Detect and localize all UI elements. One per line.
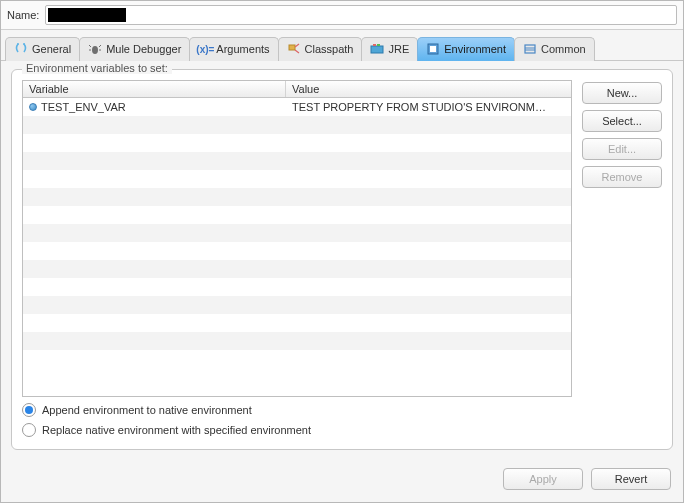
footer-buttons: Apply Revert [1,458,683,502]
tab-classpath[interactable]: Classpath [278,37,363,61]
jre-icon [370,42,384,56]
svg-rect-9 [373,44,376,46]
environment-icon [426,42,440,56]
tab-environment[interactable]: Environment [417,37,515,61]
tab-general[interactable]: General [5,37,80,61]
tab-environment-label: Environment [444,43,506,55]
tab-mule-debugger[interactable]: Mule Debugger [79,37,190,61]
arguments-icon: (x)= [198,42,212,56]
table-row[interactable] [23,296,571,314]
svg-rect-13 [525,45,535,53]
content-area: Environment variables to set: Variable V… [1,61,683,458]
name-label: Name: [7,9,39,21]
table-row[interactable] [23,206,571,224]
tab-jre[interactable]: JRE [361,37,418,61]
table-row[interactable] [23,170,571,188]
name-input-wrap [45,5,677,25]
col-value[interactable]: Value [286,81,571,97]
new-button[interactable]: New... [582,82,662,104]
table-header: Variable Value [23,81,571,98]
table-row[interactable]: TEST_ENV_VARTEST PROPERTY FROM STUDIO'S … [23,98,571,116]
tab-common[interactable]: Common [514,37,595,61]
side-buttons: New... Select... Edit... Remove [582,80,662,397]
env-vars-group: Environment variables to set: Variable V… [11,69,673,450]
radio-replace-label: Replace native environment with specifie… [42,424,311,436]
svg-rect-7 [289,45,295,50]
remove-button[interactable]: Remove [582,166,662,188]
radio-append-label: Append environment to native environment [42,404,252,416]
table-row[interactable] [23,278,571,296]
col-variable[interactable]: Variable [23,81,286,97]
tab-general-label: General [32,43,71,55]
group-body: Variable Value TEST_ENV_VARTEST PROPERTY… [22,80,662,397]
revert-button[interactable]: Revert [591,468,671,490]
radio-replace-control[interactable] [22,423,36,437]
general-icon [14,42,28,56]
table-row[interactable] [23,224,571,242]
radio-append[interactable]: Append environment to native environment [22,403,662,417]
svg-line-3 [89,45,91,47]
radio-append-control[interactable] [22,403,36,417]
group-title: Environment variables to set: [22,62,172,74]
radio-replace[interactable]: Replace native environment with specifie… [22,423,662,437]
svg-rect-8 [371,46,383,53]
tab-arguments[interactable]: (x)= Arguments [189,37,278,61]
table-row[interactable] [23,350,571,368]
tab-mule-label: Mule Debugger [106,43,181,55]
table-row[interactable] [23,152,571,170]
svg-line-4 [99,45,101,47]
tab-arguments-label: Arguments [216,43,269,55]
table-row[interactable] [23,134,571,152]
tab-common-label: Common [541,43,586,55]
table-row[interactable] [23,314,571,332]
cell-variable-text: TEST_ENV_VAR [41,101,126,113]
table-row[interactable] [23,260,571,278]
table-body: TEST_ENV_VARTEST PROPERTY FROM STUDIO'S … [23,98,571,396]
launch-config-window: Name: General Mule Debugger (x)= Argumen… [0,0,684,503]
cell-value: TEST PROPERTY FROM STUDIO'S ENVIRONM… [286,100,571,114]
bug-icon [88,42,102,56]
table-row[interactable] [23,116,571,134]
env-vars-table[interactable]: Variable Value TEST_ENV_VARTEST PROPERTY… [22,80,572,397]
select-button[interactable]: Select... [582,110,662,132]
name-row: Name: [1,1,683,30]
name-input[interactable] [45,5,677,25]
svg-point-0 [17,43,19,45]
classpath-icon [287,42,301,56]
edit-button[interactable]: Edit... [582,138,662,160]
svg-rect-10 [377,44,380,46]
apply-button[interactable]: Apply [503,468,583,490]
common-icon [523,42,537,56]
svg-point-1 [23,43,25,45]
env-var-icon [29,103,37,111]
table-row[interactable] [23,242,571,260]
table-row[interactable] [23,332,571,350]
radio-group: Append environment to native environment… [22,397,662,437]
tab-classpath-label: Classpath [305,43,354,55]
cell-variable: TEST_ENV_VAR [23,100,286,114]
tab-jre-label: JRE [388,43,409,55]
table-row[interactable] [23,188,571,206]
tab-bar: General Mule Debugger (x)= Arguments Cla… [1,30,683,61]
svg-point-2 [92,46,98,54]
svg-rect-12 [430,46,436,52]
